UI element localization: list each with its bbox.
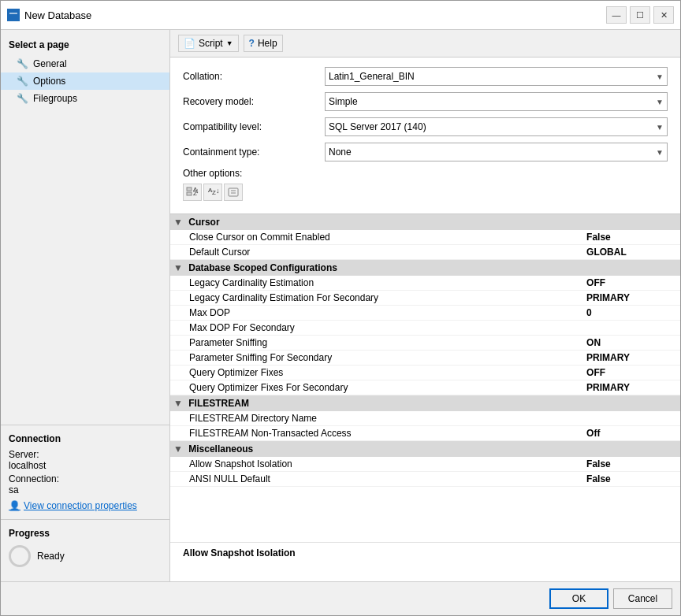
row-name: Legacy Cardinality Estimation For Second…	[170, 291, 583, 306]
sort-categories-button[interactable]: A Z ↓	[183, 184, 202, 201]
row-name: Parameter Sniffing For Secondary	[170, 351, 583, 366]
collapse-icon: ▼	[173, 443, 183, 455]
table-row[interactable]: Close Cursor on Commit Enabled False	[170, 230, 680, 245]
table-row[interactable]: Max DOP 0	[170, 306, 680, 321]
content-area: Select a page 🔧 General 🔧 Options 🔧 File…	[1, 30, 680, 581]
recovery-value: Simple	[329, 96, 358, 107]
progress-spinner	[9, 545, 31, 567]
tree-section-header[interactable]: ▼ Cursor	[170, 214, 680, 230]
table-row[interactable]: Legacy Cardinality Estimation For Second…	[170, 291, 680, 306]
sidebar-item-general[interactable]: 🔧 General	[1, 55, 169, 72]
section-name: Miscellaneous	[188, 443, 253, 455]
compatibility-value: SQL Server 2017 (140)	[329, 121, 426, 132]
sidebar-item-filegroups[interactable]: 🔧 Filegroups	[1, 90, 169, 107]
table-row[interactable]: Parameter Sniffing ON	[170, 336, 680, 351]
row-name: Max DOP	[170, 306, 583, 321]
collation-label: Collation:	[183, 71, 325, 82]
minimize-button[interactable]: —	[606, 6, 627, 24]
connection-title: Connection	[9, 433, 162, 444]
sidebar-filegroups-label: Filegroups	[33, 93, 77, 104]
script-dropdown-icon: ▼	[226, 39, 233, 47]
table-row[interactable]: Allow Snapshot Isolation False	[170, 457, 680, 472]
row-value: PRIMARY	[583, 380, 680, 395]
collapse-icon: ▼	[173, 262, 183, 273]
table-row[interactable]: Default Cursor GLOBAL	[170, 245, 680, 260]
tree-table[interactable]: ▼ Cursor Close Cursor on Commit Enabled …	[170, 214, 680, 542]
containment-select[interactable]: None ▼	[325, 143, 668, 161]
wrench-icon-filegroups: 🔧	[17, 93, 28, 104]
row-name: Parameter Sniffing	[170, 336, 583, 351]
table-row[interactable]: Parameter Sniffing For Secondary PRIMARY	[170, 351, 680, 366]
ok-button[interactable]: OK	[549, 588, 608, 609]
sidebar-options-label: Options	[33, 76, 65, 87]
wrench-icon-options: 🔧	[17, 76, 28, 87]
sidebar-general-label: General	[33, 58, 67, 69]
script-label: Script	[199, 38, 223, 49]
server-label: Server:	[9, 449, 162, 460]
sidebar-item-options[interactable]: 🔧 Options	[1, 72, 169, 90]
row-value	[583, 321, 680, 336]
row-name: FILESTREAM Non-Transacted Access	[170, 426, 583, 441]
tree-section-header[interactable]: ▼ Database Scoped Configurations	[170, 260, 680, 276]
connection-value: sa	[9, 484, 162, 495]
help-button[interactable]: ? Help	[244, 35, 283, 52]
compatibility-select[interactable]: SQL Server 2017 (140) ▼	[325, 117, 668, 136]
table-row[interactable]: FILESTREAM Directory Name	[170, 411, 680, 426]
recovery-label: Recovery model:	[183, 96, 325, 107]
svg-rect-1	[9, 13, 17, 14]
description-text: Allow Snapshot Isolation	[183, 547, 296, 558]
maximize-button[interactable]: ☐	[630, 6, 650, 24]
recovery-chevron-icon: ▼	[656, 98, 664, 106]
script-button[interactable]: 📄 Script ▼	[178, 35, 239, 52]
table-row[interactable]: Legacy Cardinality Estimation OFF	[170, 276, 680, 291]
table-row[interactable]: Query Optimizer Fixes OFF	[170, 366, 680, 380]
progress-title: Progress	[9, 528, 162, 539]
view-connection-link[interactable]: 👤 View connection properties	[9, 500, 162, 511]
collation-row: Collation: Latin1_General_BIN ▼	[183, 67, 668, 86]
row-value: False	[583, 457, 680, 472]
script-icon: 📄	[184, 38, 195, 49]
recovery-select[interactable]: Simple ▼	[325, 92, 668, 111]
tree-section-header[interactable]: ▼ FILESTREAM	[170, 395, 680, 412]
user-icon: 👤	[9, 500, 20, 511]
collapse-icon: ▼	[173, 398, 183, 409]
svg-rect-10	[229, 188, 238, 196]
progress-section: Progress Ready	[1, 519, 169, 575]
description-bar: Allow Snapshot Isolation	[170, 542, 680, 581]
toolbar: 📄 Script ▼ ? Help	[170, 30, 680, 58]
table-row[interactable]: ANSI NULL Default False	[170, 472, 680, 487]
svg-rect-0	[9, 11, 18, 19]
tree-section-header[interactable]: ▼ Miscellaneous	[170, 441, 680, 458]
other-options-label: Other options:	[183, 168, 668, 179]
collation-chevron-icon: ▼	[656, 72, 664, 81]
sort-alpha-button[interactable]: A Z ↓	[203, 184, 222, 201]
row-name: Allow Snapshot Isolation	[170, 457, 583, 472]
compatibility-chevron-icon: ▼	[656, 123, 664, 132]
collation-select[interactable]: Latin1_General_BIN ▼	[325, 67, 668, 86]
row-value: Off	[583, 426, 680, 441]
compatibility-label: Compatibility level:	[183, 121, 325, 132]
table-row[interactable]: Query Optimizer Fixes For Secondary PRIM…	[170, 380, 680, 395]
row-name: Query Optimizer Fixes For Secondary	[170, 380, 583, 395]
row-value	[583, 411, 680, 426]
svg-rect-3	[187, 192, 192, 195]
containment-chevron-icon: ▼	[656, 148, 664, 157]
view-connection-text: View connection properties	[24, 500, 137, 511]
connection-row: Connection: sa	[9, 473, 162, 495]
row-name: Query Optimizer Fixes	[170, 366, 583, 380]
title-controls: — ☐ ✕	[606, 6, 674, 24]
table-row[interactable]: Max DOP For Secondary	[170, 321, 680, 336]
row-name: Legacy Cardinality Estimation	[170, 276, 583, 291]
svg-rect-2	[187, 187, 192, 191]
row-name: Max DOP For Secondary	[170, 321, 583, 336]
table-row[interactable]: FILESTREAM Non-Transacted Access Off	[170, 426, 680, 441]
cancel-button[interactable]: Cancel	[613, 588, 672, 609]
row-value: False	[583, 230, 680, 245]
row-name: Default Cursor	[170, 245, 583, 260]
close-button[interactable]: ✕	[653, 6, 674, 24]
row-name: FILESTREAM Directory Name	[170, 411, 583, 426]
collapse-icon: ▼	[173, 217, 183, 228]
properties-button[interactable]	[224, 184, 243, 201]
db-icon	[7, 9, 20, 21]
sidebar: Select a page 🔧 General 🔧 Options 🔧 File…	[1, 30, 170, 581]
